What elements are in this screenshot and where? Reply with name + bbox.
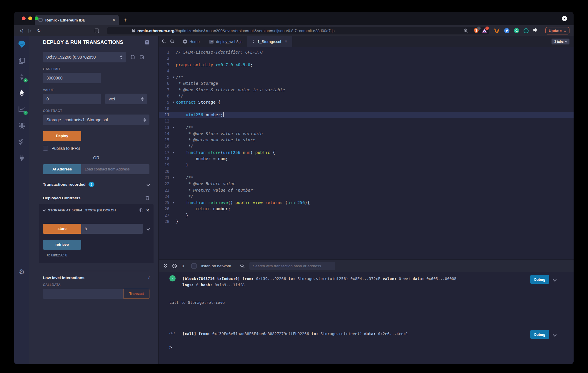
puzzle-extensions-icon[interactable] [533,28,538,33]
clear-console-icon[interactable] [172,263,177,268]
code-line[interactable]: 18 number = num; [159,156,574,162]
minimize-window-button[interactable] [28,16,32,20]
code-line[interactable]: 1// SPDX-License-Identifier: GPL-3.0 [159,49,574,55]
code-line[interactable]: 3pragma solidity >=0.7.0 <0.9.0; [159,62,574,68]
account-select[interactable]: 0xf39...92266 (6.98782850 [43,52,126,62]
close-window-button[interactable] [22,16,26,20]
file-explorer-icon[interactable] [17,56,26,65]
code-line[interactable]: 12 [159,118,574,124]
code-line[interactable]: 4 [159,68,574,74]
at-address-button[interactable]: At Address [43,164,81,174]
brave-rewards-icon[interactable]: 1 [482,28,487,34]
address-bar[interactable]: remix.ethereum.org/#optimize=false&runs=… [107,27,489,34]
code-line[interactable]: 23 * @return value of 'number' [159,187,574,193]
static-analysis-icon[interactable]: ✓ [17,105,26,114]
sign-message-icon[interactable] [140,55,144,59]
close-tab-icon[interactable]: ✕ [284,39,287,44]
listen-network-checkbox[interactable] [191,263,196,268]
code-line[interactable]: 21▼ /** [159,175,574,181]
code-line[interactable]: 22 * @dev Return value [159,181,574,187]
zoom-in-icon[interactable] [170,39,175,44]
back-button[interactable]: ◁ [18,28,24,33]
unit-testing-icon[interactable] [17,137,26,146]
doc-link-icon[interactable] [145,40,149,45]
code-line[interactable]: 7 * @dev Store & retrieve value in a var… [159,87,574,93]
fold-arrow-icon[interactable]: ▼ [171,175,176,181]
reload-button[interactable]: ↻ [36,28,42,33]
publish-ipfs-checkbox[interactable] [43,146,48,151]
code-line[interactable]: 11 uint256 number; [159,112,574,118]
code-line[interactable]: 8 */ [159,93,574,99]
expand-store-icon[interactable] [146,227,150,230]
forward-button[interactable]: ▷ [27,28,33,33]
solidity-compiler-icon[interactable]: ✓ [17,72,26,81]
code-line[interactable]: 16 */ [159,143,574,149]
code-line[interactable]: 25▼ function retrieve() public view retu… [159,200,574,206]
retrieve-function-button[interactable]: retrieve [43,240,81,250]
zoom-out-icon[interactable] [162,39,166,44]
brave-shield-icon[interactable]: 2 [473,28,479,34]
gas-limit-input[interactable] [43,73,101,83]
deploy-run-icon[interactable] [17,89,26,97]
value-input[interactable] [43,94,101,104]
fold-arrow-icon[interactable]: ▼ [171,200,176,206]
grammarly-extension-icon[interactable]: G [514,28,519,33]
terminal-search-input[interactable] [249,262,335,270]
menu-icon[interactable]: ≡ [564,29,566,33]
collapse-terminal-icon[interactable] [164,264,167,268]
editor-tab-1-storage-sol[interactable]: 1_Storage.sol✕ [247,36,292,47]
update-browser-button[interactable]: Update ≡ [545,27,569,34]
tab-close-icon[interactable]: ✕ [112,18,115,22]
code-line[interactable]: 6 * @title Storage [159,80,574,87]
code-line[interactable]: 26 return number; [159,206,574,212]
transact-button[interactable]: Transact [124,289,149,299]
debug-button[interactable]: Debug [530,330,549,339]
code-line[interactable]: 15 * @param num value to store [159,137,574,143]
new-tab-button[interactable]: + [124,17,127,24]
info-icon[interactable]: i [148,275,149,280]
remove-instance-icon[interactable]: ✕ [146,208,149,213]
tag-extension-icon[interactable] [504,28,509,33]
editor-tab-deploy-web3-js[interactable]: JSdeploy_web3.js [204,36,247,47]
debug-button[interactable]: Debug [530,275,549,284]
code-line[interactable]: 19 } [159,162,574,168]
debugger-icon[interactable] [17,121,26,130]
code-line[interactable]: 24 */ [159,193,574,200]
metamask-extension-icon[interactable] [494,28,500,34]
fold-arrow-icon[interactable]: ▼ [171,99,176,105]
code-line[interactable]: 27 } [159,212,574,218]
collapse-instance-icon[interactable] [42,208,46,211]
code-line[interactable]: 9▼contract Storage { [159,99,574,105]
browser-tab[interactable]: Remix - Ethereum IDE ✕ [35,15,119,25]
sidebar-bookmark-icon[interactable] [95,29,99,33]
contract-select[interactable]: Storage - contracts/1_Storage.sol [43,115,149,125]
store-argument-input[interactable] [81,224,143,234]
terminal-prompt[interactable]: > [169,345,568,350]
value-unit-select[interactable]: wei [105,94,147,104]
fold-arrow-icon[interactable]: ▼ [171,74,176,80]
remix-logo-icon[interactable] [17,40,26,49]
chevron-down-icon[interactable] [146,183,150,186]
tabs-count-badge[interactable]: 3 tabs [552,39,569,44]
code-line[interactable]: 5▼/** [159,74,574,80]
expand-entry-icon[interactable] [553,278,557,281]
copy-address-icon[interactable] [139,208,144,213]
store-function-button[interactable]: store [43,224,81,234]
trash-icon[interactable] [145,196,149,200]
editor-tab-home[interactable]: Home [178,36,204,47]
tab-search-button[interactable]: ▾ [562,16,567,21]
expand-entry-icon[interactable] [553,333,557,336]
plugin-manager-icon[interactable] [17,153,26,162]
fold-arrow-icon[interactable]: ▼ [171,125,176,131]
settings-gear-icon[interactable]: ⚙ [14,268,29,276]
at-address-input[interactable] [81,164,149,174]
code-line[interactable]: 14 * @dev Store value in variable [159,131,574,137]
code-line[interactable]: 20 [159,168,574,175]
deploy-button[interactable]: Deploy [43,131,81,141]
calldata-input[interactable] [43,289,124,299]
code-line[interactable]: 17▼ function store(uint256 num) public { [159,150,574,156]
code-line[interactable]: 10 [159,106,574,112]
code-line[interactable]: 2 [159,55,574,62]
copy-account-icon[interactable] [131,55,135,59]
fold-arrow-icon[interactable]: ▼ [171,150,176,156]
